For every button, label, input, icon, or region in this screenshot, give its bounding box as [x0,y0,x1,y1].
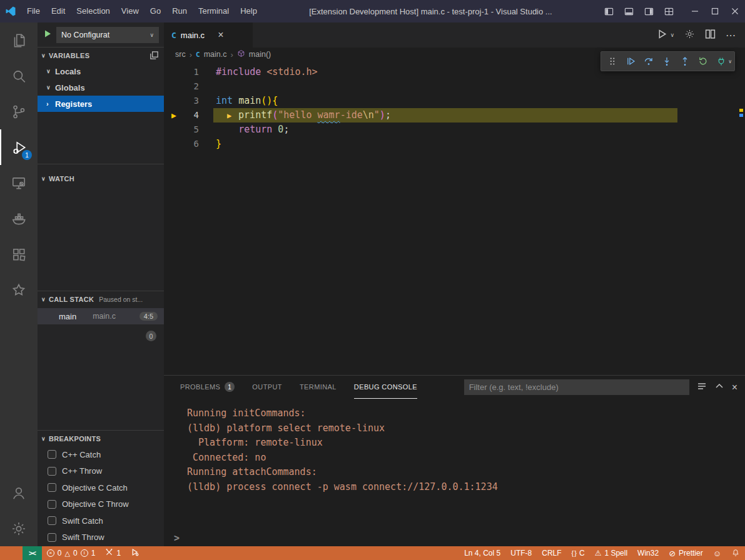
glyph-margin[interactable] [164,137,186,151]
scope-registers[interactable]: ›Registers [38,96,164,112]
debug-status[interactable] [126,546,144,560]
panel-tab-problems[interactable]: PROBLEMS1 [180,376,235,399]
breakpoint-row[interactable]: Swift Catch [38,512,164,529]
search-icon[interactable] [0,58,38,94]
checkbox-unchecked[interactable] [48,467,56,476]
call-stack-section-header[interactable]: ∨ CALL STACK Paused on st... [38,291,164,307]
chevron-down-icon[interactable]: ∨ [728,59,732,64]
close-panel-icon[interactable]: × [732,382,737,393]
checkbox-unchecked[interactable] [48,533,56,542]
language-mode[interactable]: { } C [567,546,590,560]
breakpoint-row[interactable]: Swift Throw [38,529,164,546]
breakpoint-row[interactable]: Objective C Catch [38,479,164,496]
glyph-margin[interactable] [164,122,186,137]
breakpoints-section-header[interactable]: ∨ BREAKPOINTS [38,431,164,446]
eol-indicator[interactable]: CRLF [537,546,566,560]
run-file-button[interactable] [657,29,667,42]
menu-terminal[interactable]: Terminal [193,0,235,22]
console-filter-input[interactable] [464,379,689,395]
panel-tab-debug-console[interactable]: DEBUG CONSOLE [354,376,417,399]
panel-tab-output[interactable]: OUTPUT [252,376,282,399]
source-control-icon[interactable] [0,94,38,129]
customize-layout-icon[interactable] [659,0,679,22]
panel-actions: × [697,381,737,394]
remote-explorer-icon[interactable] [0,165,38,201]
menu-run[interactable]: Run [166,0,193,22]
menu-selection[interactable]: Selection [71,0,115,22]
checkbox-unchecked[interactable] [48,483,56,492]
debug-console-output[interactable]: Running initCommands:(lldb) platform sel… [164,399,745,530]
console-lines-icon[interactable] [697,381,707,394]
menu-view[interactable]: View [116,0,144,22]
activity-bar: 1 [0,22,38,546]
settings-gear-icon[interactable] [0,511,38,546]
step-out-button[interactable] [676,53,693,70]
account-icon[interactable] [0,475,38,511]
extensions-icon[interactable] [0,236,38,272]
menu-file[interactable]: File [21,0,46,22]
close-tab-icon[interactable]: × [218,29,223,41]
chevron-down-icon[interactable]: ∨ [670,32,674,38]
glyph-margin[interactable] [164,94,186,108]
watch-section-header[interactable]: ∨ WATCH [38,171,164,186]
docker-icon[interactable] [0,201,38,236]
tab-main-c[interactable]: C main.c × [164,22,253,48]
minimize-button[interactable] [685,0,705,22]
explorer-icon[interactable] [0,22,38,58]
step-into-button[interactable] [658,53,675,70]
glyph-margin[interactable]: ▶ [164,108,186,122]
toolchain-status[interactable]: 1 [100,546,126,560]
close-button[interactable] [725,0,745,22]
variables-section-header[interactable]: ∨ VARIABLES [38,48,164,63]
maximize-panel-icon[interactable] [714,381,724,394]
menu-go[interactable]: Go [144,0,166,22]
collapse-all-icon[interactable] [150,51,159,60]
toggle-sidebar-icon[interactable] [599,0,619,22]
debug-config-dropdown[interactable]: No Configurat ∨ [56,27,159,43]
star-icon[interactable] [0,272,38,308]
breadcrumb-file[interactable]: main.c [204,50,227,59]
breakpoint-row[interactable]: C++ Catch [38,446,164,463]
checkbox-unchecked[interactable] [48,516,56,525]
menu-edit[interactable]: Edit [46,0,71,22]
breakpoint-row[interactable]: Objective C Throw [38,496,164,513]
menu-help[interactable]: Help [235,0,263,22]
code-editor[interactable]: 1#include <stdio.h>23int main(){▶4 ▶prin… [164,61,745,375]
checkbox-unchecked[interactable] [48,450,56,459]
scope-locals[interactable]: ∨Locals [38,63,164,79]
start-debugging-icon[interactable] [43,29,53,41]
run-and-debug-icon[interactable]: 1 [0,129,38,165]
continue-button[interactable] [622,53,639,70]
scope-globals[interactable]: ∨Globals [38,79,164,96]
encoding-indicator[interactable]: UTF-8 [505,546,537,560]
notifications-bell-icon[interactable] [726,546,745,560]
formatter-status[interactable]: ⊘ Prettier [664,546,708,560]
cursor-position[interactable]: Ln 4, Col 5 [459,546,505,560]
maximize-button[interactable] [705,0,725,22]
split-editor-icon[interactable] [705,29,716,42]
line-number: 1 [186,65,199,79]
platform-status[interactable]: Win32 [632,546,664,560]
breadcrumb-folder[interactable]: src [175,50,186,59]
breadcrumb-symbol[interactable]: main() [249,50,271,59]
spell-checker-status[interactable]: ⚠ 1 Spell [590,546,632,560]
step-over-button[interactable] [640,53,657,70]
more-actions-icon[interactable]: ⋯ [726,29,736,41]
panel-tab-terminal[interactable]: TERMINAL [300,376,337,399]
feedback-icon[interactable]: ☺ [708,546,726,560]
toggle-panel-icon[interactable] [619,0,639,22]
debug-console-input[interactable]: > [164,530,745,546]
watch-section: ∨ WATCH [38,164,164,291]
remote-indicator[interactable]: >< [23,546,42,560]
glyph-margin[interactable] [164,65,186,79]
call-stack-frame[interactable]: main main.c 4:5 [38,308,164,324]
disconnect-button[interactable] [712,53,729,70]
problems-status[interactable]: × 0 △ 0 i 1 [42,546,101,560]
toggle-secondary-sidebar-icon[interactable] [639,0,659,22]
checkbox-unchecked[interactable] [48,500,56,509]
glyph-margin[interactable] [164,79,186,94]
restart-button[interactable] [694,53,711,70]
breakpoint-row[interactable]: C++ Throw [38,463,164,480]
toolbar-drag-handle[interactable] [604,53,621,70]
gear-icon[interactable] [684,29,695,42]
